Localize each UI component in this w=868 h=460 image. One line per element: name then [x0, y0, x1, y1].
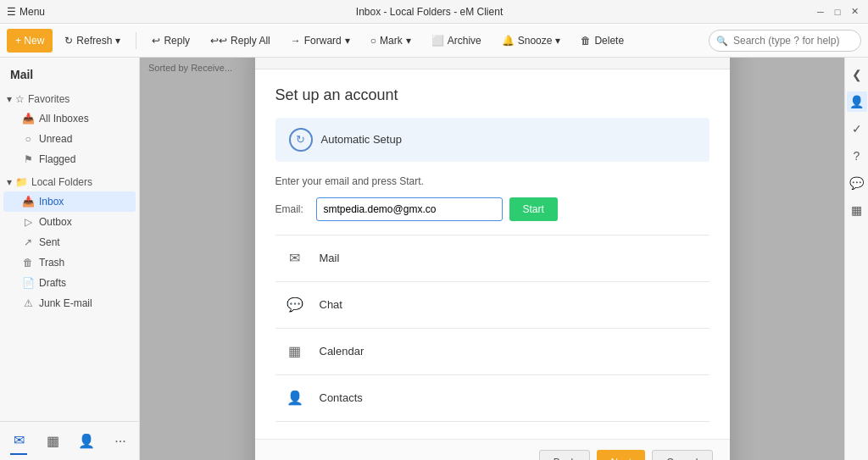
back-button[interactable]: Back — [539, 450, 591, 461]
local-folders-section: ▾ 📁 Local Folders 📥 Inbox ▷ Outbox ↗ Sen… — [0, 171, 139, 315]
start-button[interactable]: Start — [509, 197, 558, 221]
expand-icon: ▾ — [7, 93, 12, 105]
delete-button[interactable]: 🗑 Delete — [572, 29, 632, 53]
search-icon: 🔍 — [716, 35, 728, 46]
right-panel-calendar-button[interactable]: ▦ — [847, 200, 867, 220]
local-folders-icon: 📁 — [15, 176, 28, 188]
sidebar-item-drafts[interactable]: 📄 Drafts — [3, 273, 136, 293]
drafts-label: Drafts — [39, 277, 66, 289]
contacts-service-name: Contacts — [320, 391, 363, 404]
nav-calendar-button[interactable]: ▦ — [44, 428, 61, 455]
email-row: Email: Start — [275, 197, 709, 221]
dialog-body: Set up an account ↻ Automatic Setup Ente… — [255, 69, 730, 439]
expand-icon-2: ▾ — [7, 176, 12, 188]
flag-icon: ⚑ — [22, 153, 34, 165]
right-panel-contact-button[interactable]: 👤 — [847, 91, 867, 112]
chat-service-name: Chat — [320, 298, 342, 311]
dialog-close-button[interactable]: × — [704, 58, 715, 58]
calendar-service-icon: ▦ — [282, 339, 308, 364]
auto-setup-icon: ↻ — [289, 128, 313, 152]
dialog-subtitle: Set up an account — [275, 86, 709, 104]
mark-dropdown-icon: ▾ — [406, 35, 411, 47]
main-layout: Mail ▾ ☆ Favorites 📥 All Inboxes ○ Unrea… — [0, 58, 868, 460]
favorites-label: Favorites — [28, 93, 70, 105]
refresh-dropdown-icon: ▾ — [115, 35, 120, 47]
service-item-calendar[interactable]: ▦ Calendar — [275, 329, 709, 375]
inbox-label: Inbox — [39, 196, 64, 208]
refresh-button[interactable]: ↻ Refresh ▾ — [56, 29, 129, 53]
nav-contacts-button[interactable]: 👤 — [78, 428, 95, 455]
window-title: Inbox - Local Folders - eM Client — [45, 6, 814, 18]
nav-more-icon: ··· — [114, 434, 125, 449]
right-panel-help-button[interactable]: ? — [847, 146, 867, 166]
minimize-button[interactable]: ─ — [814, 5, 827, 19]
close-button[interactable]: ✕ — [848, 5, 861, 19]
right-panel-chat-button[interactable]: 💬 — [847, 173, 867, 193]
right-panel: ❮ 👤 ✓ ? 💬 ▦ — [844, 58, 868, 460]
calendar-panel-icon: ▦ — [851, 203, 862, 217]
sidebar-item-unread[interactable]: ○ Unread — [3, 129, 136, 149]
sidebar-item-flagged[interactable]: ⚑ Flagged — [3, 149, 136, 169]
check-icon: ✓ — [852, 122, 862, 136]
mark-button[interactable]: ○ Mark ▾ — [362, 29, 420, 53]
collapse-icon: ❮ — [852, 68, 862, 81]
sent-label: Sent — [39, 236, 60, 248]
sidebar: Mail ▾ ☆ Favorites 📥 All Inboxes ○ Unrea… — [0, 58, 140, 460]
sidebar-item-all-inboxes[interactable]: 📥 All Inboxes — [3, 108, 136, 129]
junk-icon: ⚠ — [22, 297, 34, 309]
service-item-mail[interactable]: ✉ Mail — [275, 236, 709, 282]
nav-mail-button[interactable]: ✉ — [10, 428, 27, 455]
auto-setup-section: ↻ Automatic Setup — [275, 118, 709, 162]
titlebar: ☰ Menu Inbox - Local Folders - eM Client… — [0, 0, 868, 24]
menu-label: Menu — [19, 6, 45, 18]
toolbar-separator — [136, 32, 136, 49]
trash-label: Trash — [39, 257, 64, 269]
new-button[interactable]: + New — [7, 29, 53, 53]
outbox-icon: ▷ — [22, 216, 34, 228]
local-folders-group[interactable]: ▾ 📁 Local Folders — [0, 173, 139, 191]
mark-icon: ○ — [370, 35, 376, 47]
email-label: Email: — [275, 203, 309, 215]
email-input[interactable] — [316, 197, 503, 221]
forward-button[interactable]: → Forward ▾ — [282, 29, 359, 53]
nav-more-button[interactable]: ··· — [112, 428, 129, 455]
reply-button[interactable]: ↩ Reply — [143, 29, 198, 53]
search-input[interactable] — [709, 30, 861, 52]
menu-button[interactable]: ☰ Menu — [7, 6, 45, 18]
snooze-button[interactable]: 🔔 Snooze ▾ — [493, 29, 570, 53]
sent-icon: ↗ — [22, 236, 34, 248]
chat-panel-icon: 💬 — [849, 176, 864, 190]
snooze-dropdown-icon: ▾ — [555, 35, 560, 47]
chat-service-icon: 💬 — [282, 292, 308, 318]
cancel-button[interactable]: Cancel — [652, 450, 712, 461]
right-panel-check-button[interactable]: ✓ — [847, 119, 867, 139]
sidebar-item-junk[interactable]: ⚠ Junk E-mail — [3, 293, 136, 313]
forward-dropdown-icon: ▾ — [345, 35, 350, 47]
archive-button[interactable]: ⬜ Archive — [423, 29, 490, 53]
snooze-icon: 🔔 — [502, 35, 515, 47]
window-controls: ─ □ ✕ — [814, 5, 861, 19]
search-wrapper: 🔍 — [709, 30, 861, 52]
collapse-panel-button[interactable]: ❮ — [847, 64, 867, 85]
sidebar-item-inbox[interactable]: 📥 Inbox — [3, 191, 136, 212]
outbox-label: Outbox — [39, 216, 72, 228]
unread-icon: ○ — [22, 133, 34, 145]
service-list: ✉ Mail 💬 Chat ▦ Calendar 👤 — [275, 235, 709, 422]
reply-all-button[interactable]: ↩↩ Reply All — [202, 29, 279, 53]
next-button[interactable]: Next — [597, 450, 645, 461]
sidebar-item-sent[interactable]: ↗ Sent — [3, 232, 136, 252]
dialog-overlay: New Account × Set up an account ↻ Automa… — [140, 58, 844, 460]
favorites-icon: ☆ — [15, 93, 25, 105]
instruction-text: Enter your email and press Start. — [275, 175, 709, 187]
sidebar-item-trash[interactable]: 🗑 Trash — [3, 252, 136, 273]
sidebar-item-outbox[interactable]: ▷ Outbox — [3, 212, 136, 232]
nav-mail-icon: ✉ — [14, 432, 25, 448]
mail-service-name: Mail — [320, 252, 340, 264]
dialog-footer: Back Next Cancel — [255, 439, 730, 461]
maximize-button[interactable]: □ — [831, 5, 844, 19]
service-item-contacts[interactable]: 👤 Contacts — [275, 375, 709, 422]
favorites-group[interactable]: ▾ ☆ Favorites — [0, 90, 139, 108]
service-item-chat[interactable]: 💬 Chat — [275, 282, 709, 329]
trash-icon: 🗑 — [22, 257, 34, 269]
reply-all-icon: ↩↩ — [210, 35, 227, 47]
